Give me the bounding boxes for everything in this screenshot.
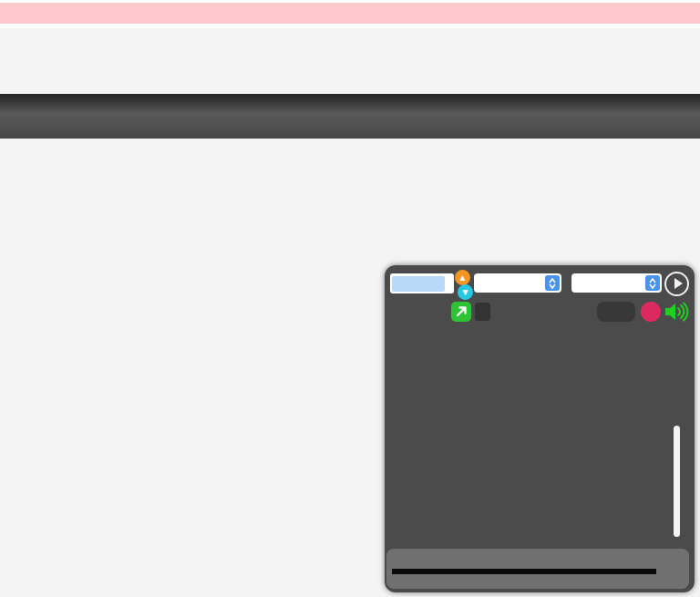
control-panel: ▲ ▼ [385,265,695,592]
kiwisdr-page: ▲ ▼ [0,0,700,597]
passband-indicator[interactable] [0,94,700,139]
band-label-bar [0,3,700,24]
share-button[interactable] [451,302,471,322]
s-meter [386,549,689,589]
play-button[interactable] [664,272,689,296]
spec-button[interactable] [597,302,635,322]
freq-up-button[interactable]: ▲ [455,270,470,285]
panel-tab-buttons [390,394,689,417]
play-icon [674,278,683,289]
zoom-level-badge [475,303,490,321]
frequency-scale[interactable] [0,94,700,139]
freq-down-button[interactable]: ▼ [458,284,473,300]
mute-button[interactable] [664,301,689,323]
frequency-input[interactable] [390,273,454,293]
mode-buttons [390,326,689,345]
chevron-updown-icon [645,275,660,291]
zoom-buttons [390,354,689,386]
speaker-icon [664,301,689,323]
record-button[interactable] [641,302,661,322]
band-select-dropdown[interactable] [474,273,561,293]
chevron-updown-icon [545,275,560,291]
spectrum-area-empty [0,28,700,94]
s-meter-bar [392,569,656,574]
diagonal-arrow-icon [451,302,471,322]
scrollbar-thumb[interactable] [674,426,680,537]
extension-select-dropdown[interactable] [571,273,662,293]
